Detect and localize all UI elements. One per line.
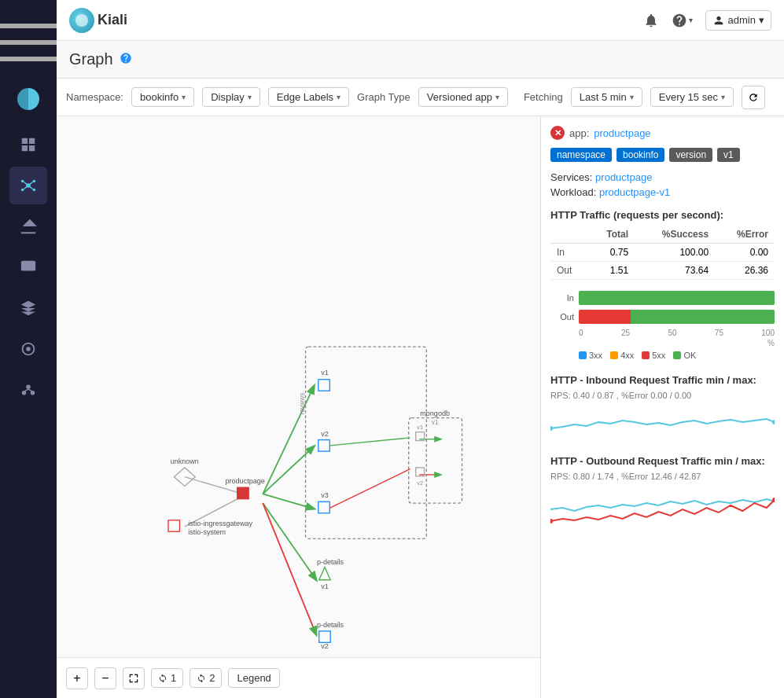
page-help-icon[interactable] (120, 52, 132, 67)
bar-chart: In Out 0 25 50 (550, 288, 775, 363)
col-error: %Error (715, 226, 775, 244)
admin-menu[interactable]: admin ▾ (705, 10, 771, 31)
fit-graph-button[interactable] (123, 667, 145, 689)
layout2-button[interactable]: 2 (190, 668, 222, 688)
axis-75: 75 (715, 329, 723, 337)
app-prefix: app: (569, 127, 589, 139)
last-5-min-value: Last 5 min (580, 91, 627, 103)
svg-line-8 (24, 182, 28, 184)
svg-rect-36 (237, 487, 248, 498)
svg-rect-1 (0, 40, 57, 45)
zoom-in-button[interactable]: + (66, 667, 88, 689)
badge-row: namespace bookinfo version v1 (550, 148, 775, 162)
topbar-left: Kiali (69, 8, 127, 33)
badge-v1[interactable]: v1 (717, 148, 740, 162)
legend-label: Legend (237, 672, 271, 684)
refresh-button[interactable] (742, 86, 765, 109)
topbar-right: ▾ admin ▾ (643, 10, 771, 31)
badge-version[interactable]: version (669, 148, 712, 162)
every-15-sec-dropdown[interactable]: Every 15 sec ▾ (650, 87, 734, 107)
zoom-out-button[interactable]: − (94, 667, 116, 689)
page-header: Graph (57, 41, 784, 79)
sidebar-item-workloads[interactable] (9, 248, 47, 286)
sidebar-item-applications[interactable] (9, 208, 47, 245)
hamburger-menu[interactable] (0, 6, 57, 79)
services-label: Services: (550, 171, 592, 183)
col-success: %Success (635, 226, 715, 244)
bar-out-container (579, 310, 775, 324)
fetching-label: Fetching (524, 91, 563, 103)
display-label: Display (211, 91, 245, 103)
every-15-sec-chevron: ▾ (721, 93, 725, 101)
help-chevron: ▾ (689, 16, 693, 24)
kiali-icon (69, 8, 94, 33)
svg-point-6 (21, 189, 24, 192)
axis-50: 50 (668, 329, 676, 337)
svg-text:p-details: p-details (317, 558, 344, 566)
every-15-sec-value: Every 15 sec (659, 91, 718, 103)
badge-namespace[interactable]: namespace (550, 148, 612, 162)
last-5-min-dropdown[interactable]: Last 5 min ▾ (571, 87, 642, 107)
edge-labels-dropdown[interactable]: Edge Labels ▾ (268, 87, 349, 107)
content-area: unknown istio-ingressgateway istio-syste… (57, 116, 784, 698)
svg-text:v1: v1 (321, 582, 329, 590)
layout-cycle-button[interactable]: 1 (151, 668, 183, 688)
axis-100: 100 (761, 329, 775, 337)
svg-text:v3: v3 (321, 491, 329, 499)
chart-legend: 3xx 4xx 5xx OK (579, 351, 775, 360)
display-dropdown[interactable]: Display ▾ (202, 87, 260, 107)
main-content: Kiali ▾ admin ▾ Graph Namespace: (57, 0, 784, 698)
sidebar-item-overview[interactable] (9, 126, 47, 163)
graph-type-chevron: ▾ (495, 93, 499, 101)
col-total: Total (588, 226, 635, 244)
sidebar-item-services[interactable] (9, 289, 47, 327)
bar-out-5xx (579, 310, 631, 324)
outbound-section: HTTP - Outbound Request Traffic min / ma… (550, 455, 775, 525)
namespace-label: Namespace: (66, 91, 123, 103)
sidebar-item-graph[interactable] (9, 167, 47, 204)
legend-4xx: 4xx (610, 351, 634, 360)
legend-ok: OK (673, 351, 696, 360)
sidebar-item-jaeger[interactable] (9, 371, 47, 409)
svg-point-13 (26, 347, 31, 351)
svg-rect-0 (0, 24, 57, 28)
bar-row-in: In (550, 291, 775, 305)
col-dir (550, 226, 588, 244)
svg-text:unknown: unknown (171, 457, 199, 465)
svg-text:reviews: reviews (299, 393, 306, 415)
svg-text:v2: v2 (321, 642, 329, 650)
sidebar-item-istio[interactable] (9, 330, 47, 368)
app-name-link[interactable]: productpage (594, 127, 650, 139)
svg-text:v2: v2 (321, 430, 329, 438)
svg-rect-12 (21, 261, 35, 271)
graph-area[interactable]: unknown istio-ingressgateway istio-syste… (57, 116, 540, 698)
badge-bookinfo[interactable]: bookinfo (617, 148, 664, 162)
graph-svg: unknown istio-ingressgateway istio-syste… (57, 116, 540, 698)
svg-line-18 (28, 389, 31, 391)
admin-label: admin (728, 14, 756, 26)
namespace-dropdown[interactable]: bookinfo ▾ (131, 87, 194, 107)
graph-type-dropdown[interactable]: Versioned app ▾ (418, 87, 508, 107)
table-row-in: In 0.75 100.00 0.00 (550, 244, 775, 262)
bar-in-label: In (550, 293, 574, 303)
error-out: 26.36 (715, 262, 775, 280)
right-panel: ✕ app: productpage namespace bookinfo ve… (540, 116, 784, 698)
edge-labels-chevron: ▾ (337, 93, 340, 101)
display-chevron: ▾ (248, 93, 252, 101)
legend-3xx-label: 3xx (589, 351, 602, 360)
toolbar: Namespace: bookinfo ▾ Display ▾ Edge Lab… (57, 79, 784, 116)
graph-type-label: Graph Type (357, 91, 410, 103)
workload-value[interactable]: productpage-v1 (599, 186, 670, 198)
outbound-title: HTTP - Outbound Request Traffic min / ma… (550, 455, 775, 467)
svg-point-61 (550, 519, 553, 524)
inbound-section: HTTP - Inbound Request Traffic min / max… (550, 374, 775, 444)
services-value[interactable]: productpage (595, 171, 652, 183)
sidebar (0, 0, 57, 698)
help-button[interactable]: ▾ (672, 13, 693, 28)
legend-button[interactable]: Legend (228, 668, 279, 688)
svg-point-60 (772, 420, 775, 424)
svg-line-9 (30, 182, 33, 184)
notifications-button[interactable] (643, 13, 659, 28)
kiali-logo (17, 82, 39, 123)
svg-text:istio-system: istio-system (188, 528, 226, 536)
